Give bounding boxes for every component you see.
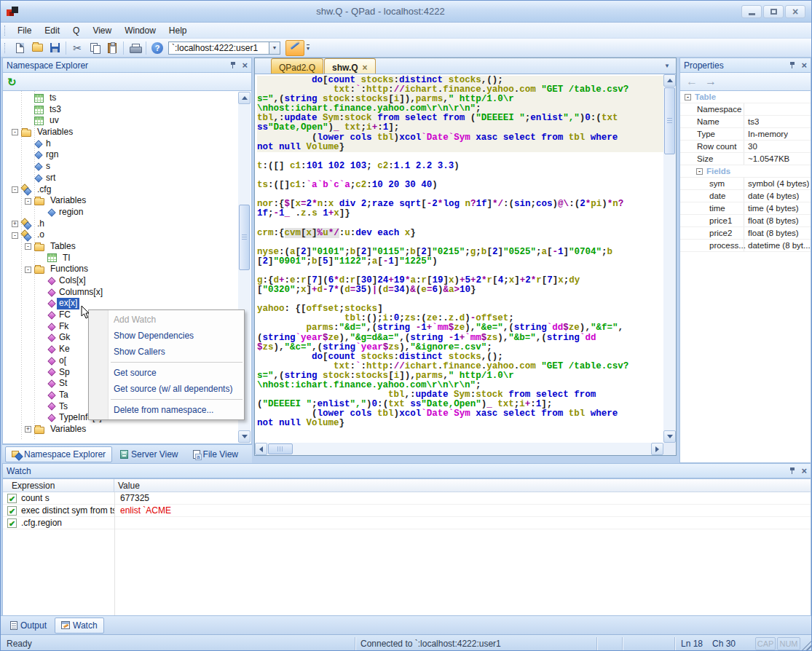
tab-output[interactable]: Output <box>4 618 53 634</box>
server-combobox[interactable]: ▼ <box>168 42 280 55</box>
watch-checkbox[interactable]: ✔ <box>7 506 17 516</box>
watch-row-count-s[interactable]: ✔count s677325 <box>3 492 811 505</box>
editor-vscrollbar[interactable] <box>663 74 676 443</box>
collapse-box-icon[interactable]: - <box>685 94 691 100</box>
column-header-expression[interactable]: Expression <box>3 479 114 492</box>
tree-item-h[interactable]: +.h <box>3 218 238 230</box>
pin-icon[interactable] <box>789 61 797 69</box>
tree-item-columns-x[interactable]: Columns[x] <box>3 287 238 299</box>
toolbar-overflow-icon[interactable]: ▾ <box>307 44 310 52</box>
tab-list-dropdown-icon[interactable]: ▼ <box>664 63 670 69</box>
collapse-box-icon[interactable]: - <box>12 129 18 135</box>
new-file-button[interactable] <box>12 40 28 56</box>
save-file-button[interactable] <box>47 40 63 56</box>
tree-item-h[interactable]: h <box>3 138 238 150</box>
tree-item-region[interactable]: region <box>3 207 238 218</box>
scroll-left-button[interactable] <box>255 443 267 455</box>
column-header-value[interactable]: Value <box>114 479 811 492</box>
tree-item-ts3[interactable]: ts3 <box>3 104 238 116</box>
scroll-thumb[interactable] <box>268 443 293 454</box>
print-button[interactable] <box>127 40 143 56</box>
tree-item-ti[interactable]: TI <box>3 253 238 264</box>
watch-checkbox[interactable]: ✔ <box>7 518 17 528</box>
context-item-show-callers[interactable]: Show Callers <box>89 344 244 360</box>
context-item-get-source-w-all-dependents[interactable]: Get source (w/ all dependents) <box>89 381 244 397</box>
editor-tab-shw-q[interactable]: shw.Q× <box>324 58 376 74</box>
minimize-button[interactable] <box>741 5 762 18</box>
tab-server-view[interactable]: Server View <box>114 446 184 462</box>
collapse-box-icon[interactable]: - <box>12 232 18 239</box>
server-combo-input[interactable] <box>168 42 269 55</box>
watch-row-cfg-region[interactable]: ✔.cfg.region <box>3 517 811 529</box>
menu-edit[interactable]: Edit <box>38 23 66 38</box>
tree-item-functions[interactable]: -Functions <box>3 264 238 275</box>
paste-button[interactable] <box>104 40 120 56</box>
collapse-box-icon[interactable]: - <box>25 243 31 250</box>
expand-box-icon[interactable]: + <box>25 426 31 433</box>
scroll-thumb[interactable] <box>239 205 250 270</box>
tree-item-variables[interactable]: -Variables <box>3 127 238 138</box>
tree-item-ts[interactable]: ts <box>3 92 238 104</box>
tab-namespace-explorer[interactable]: Namespace Explorer <box>5 446 112 462</box>
tree-item-variables[interactable]: -Variables <box>3 195 238 207</box>
menu-view[interactable]: View <box>86 23 118 38</box>
scroll-up-button[interactable] <box>663 74 676 87</box>
editor-hscrollbar[interactable] <box>255 443 663 455</box>
open-file-button[interactable] <box>29 40 45 56</box>
tab-file-view[interactable]: File View <box>186 446 245 462</box>
collapse-box-icon[interactable]: - <box>12 186 18 193</box>
menu-help[interactable]: Help <box>162 23 194 38</box>
tree-item-uv[interactable]: uv <box>3 115 238 127</box>
close-icon[interactable]: × <box>242 60 248 70</box>
context-item-show-dependencies[interactable]: Show Dependencies <box>89 328 244 344</box>
back-arrow-icon[interactable]: ← <box>686 75 698 88</box>
tree-item-cfg[interactable]: -.cfg <box>3 184 238 196</box>
watch-row-exec-distinct-sym-from-ts3[interactable]: ✔exec distinct sym from ts3enlist `ACME <box>3 505 811 517</box>
context-item-delete-from-namespace[interactable]: Delete from namespace... <box>89 402 244 418</box>
watch-checkbox[interactable]: ✔ <box>7 494 17 503</box>
close-icon[interactable]: × <box>801 60 807 70</box>
pin-icon[interactable] <box>789 467 797 475</box>
tree-item-s[interactable]: s <box>3 161 238 173</box>
context-item-get-source[interactable]: Get source <box>89 365 244 381</box>
scroll-thumb[interactable] <box>664 87 675 154</box>
tab-close-icon[interactable]: × <box>363 63 368 72</box>
refresh-icon[interactable]: ↻ <box>7 76 17 87</box>
drag-grip[interactable] <box>4 43 7 53</box>
maximize-button[interactable] <box>763 5 784 18</box>
collapse-box-icon[interactable]: - <box>25 198 31 205</box>
menu-file[interactable]: File <box>11 23 38 38</box>
drag-grip[interactable] <box>4 25 7 36</box>
watch-expression[interactable]: exec distinct sym from ts3 <box>21 505 114 516</box>
collapse-box-icon[interactable]: - <box>696 168 703 175</box>
expand-box-icon[interactable]: + <box>12 221 18 227</box>
tree-item-cols-x[interactable]: Cols[x] <box>3 275 238 287</box>
scroll-up-button[interactable] <box>238 92 251 104</box>
watch-expression[interactable]: count s <box>21 493 114 503</box>
menu-q[interactable]: Q <box>66 23 86 38</box>
watch-expression[interactable]: .cfg.region <box>21 518 114 528</box>
close-icon[interactable]: × <box>801 466 807 476</box>
resize-grip[interactable] <box>802 641 811 650</box>
editor-tab-qpad2-q[interactable]: QPad2.Q <box>271 58 323 74</box>
tree-item-tables[interactable]: -Tables <box>3 241 238 253</box>
connect-button[interactable] <box>285 40 304 56</box>
help-button[interactable]: ? <box>149 40 165 56</box>
scroll-down-button[interactable] <box>238 430 251 443</box>
collapse-box-icon[interactable]: - <box>25 267 31 273</box>
tree-item-variables[interactable]: +Variables <box>3 424 238 435</box>
tree-item-o[interactable]: -.o <box>3 229 238 241</box>
scroll-right-button[interactable] <box>651 443 663 455</box>
menu-window[interactable]: Window <box>118 23 162 38</box>
cut-button[interactable] <box>69 40 85 56</box>
tree-item-rgn[interactable]: rgn <box>3 149 238 161</box>
column-divider[interactable] <box>114 492 115 615</box>
tab-watch[interactable]: Watch <box>55 618 104 634</box>
code-editor[interactable]: do[count stocks:distinct stocks,(); txt:… <box>255 74 663 443</box>
scroll-down-button[interactable] <box>663 430 676 443</box>
close-button[interactable]: × <box>785 5 805 18</box>
copy-button[interactable] <box>87 40 103 56</box>
forward-arrow-icon[interactable]: → <box>705 75 717 88</box>
tree-item-ex-x[interactable]: ex[x] <box>3 298 238 309</box>
pin-icon[interactable] <box>229 61 237 69</box>
